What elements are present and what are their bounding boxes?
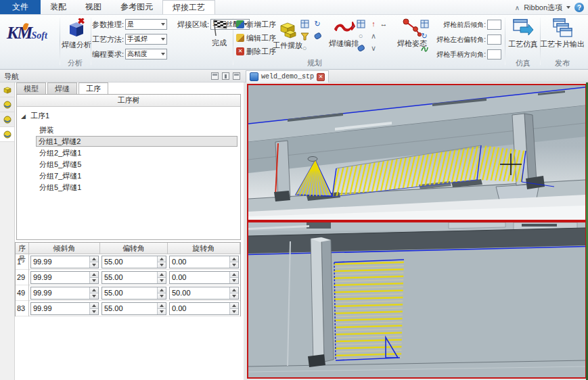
torch-pitch-input[interactable]	[487, 20, 501, 30]
menu-tab-assembly[interactable]: 装配	[41, 0, 76, 14]
tree-expander-icon[interactable]: ◢	[21, 113, 26, 120]
program-req-select[interactable]: 高精度	[125, 49, 167, 60]
strip-model-button[interactable]	[0, 82, 14, 97]
torch-roll-input[interactable]	[487, 49, 501, 60]
spinner[interactable]	[89, 256, 98, 268]
menu-tab-file[interactable]: 文件	[0, 0, 41, 14]
ribbon: KMSoft 焊缝分析 分析 参数推理: 是 焊接区域:	[0, 15, 588, 70]
cylinder-icon[interactable]	[356, 43, 365, 53]
col-header-no: 序号	[16, 243, 29, 254]
menu-tab-reference[interactable]: 参考图元	[111, 0, 162, 14]
add-process-icon	[236, 20, 244, 28]
torch-yaw-input[interactable]	[487, 34, 501, 45]
spinner[interactable]	[157, 256, 166, 268]
menu-tab-weld-process[interactable]: 焊接工艺	[162, 0, 215, 14]
tree-item[interactable]: 分组5_焊缝5	[37, 159, 83, 170]
strip-group-button[interactable]	[0, 112, 14, 127]
spinner[interactable]	[89, 303, 98, 314]
panel-pin-icon[interactable]	[222, 72, 229, 80]
angle-table: 序号 倾斜角 偏转角 旋转角 1 99.99 55.00 0.00 29 99.…	[15, 242, 241, 316]
group-label-sim: 仿真	[506, 58, 540, 68]
process-tree-header: 工序树	[17, 95, 240, 107]
left-panel: 模型 焊缝 工序 工序树 ◢ 工序1 拼装 分组1_焊缝2 分组2_焊缝1 分组…	[0, 82, 244, 380]
tilt-input[interactable]: 99.99	[30, 271, 99, 284]
cube-icon	[3, 86, 12, 94]
spinner[interactable]	[229, 272, 238, 283]
ribbon-options-label[interactable]: Ribbon选项	[524, 3, 562, 13]
tab-process[interactable]: 工序	[78, 82, 108, 94]
spinner[interactable]	[157, 303, 166, 314]
row-no: 49	[16, 285, 29, 301]
deflect-input[interactable]: 55.00	[101, 271, 166, 284]
view-grid-icon[interactable]	[356, 19, 365, 28]
deflect-input[interactable]: 55.00	[101, 302, 166, 315]
edit-grid-icon[interactable]	[420, 19, 429, 28]
panel-icon-strip	[0, 82, 15, 380]
spinner[interactable]	[89, 287, 98, 299]
help-icon[interactable]: ?	[574, 3, 584, 12]
view-grid-icon[interactable]	[300, 19, 309, 28]
tree-item[interactable]: 分组5_焊缝1	[37, 182, 83, 193]
table-row: 29 99.99 55.00 0.00	[16, 270, 240, 285]
sphere-icon	[3, 130, 12, 139]
ribbon-collapse-icon[interactable]: ∧	[515, 4, 520, 11]
rotate-icon[interactable]: ↻	[420, 31, 429, 41]
simulate-button[interactable]: 工艺仿真	[507, 18, 539, 49]
ribbon-options-dropdown-icon[interactable]	[566, 6, 570, 9]
strip-process-button[interactable]	[0, 127, 14, 142]
tree-item-selected[interactable]: 分组1_焊缝2	[36, 136, 238, 147]
rotate-icon[interactable]: ↻	[313, 19, 322, 28]
circle-icon[interactable]: ○	[300, 43, 309, 53]
export-card-button[interactable]: 工艺卡片输出	[541, 18, 583, 49]
tree-item[interactable]: 分组2_焊缝1	[37, 147, 83, 158]
process-method-select[interactable]: 手弧焊	[125, 34, 167, 45]
rotate-input[interactable]: 0.00	[169, 256, 239, 268]
tree-item[interactable]: 分组7_焊缝1	[37, 170, 83, 181]
simulate-icon	[512, 18, 534, 38]
strip-seam-button[interactable]	[0, 97, 14, 112]
panel-close-icon[interactable]	[233, 72, 240, 80]
param-infer-label: 参数推理:	[92, 20, 124, 30]
finish-button[interactable]: 完成	[207, 19, 231, 48]
tree-root-process1[interactable]: ◢ 工序1	[21, 111, 49, 121]
panel-dock-icon[interactable]	[211, 72, 219, 80]
tab-seam[interactable]: 焊缝	[47, 82, 77, 94]
rotate-input[interactable]: 0.00	[169, 302, 239, 315]
document-tab[interactable]: weld_demo_stp ✕	[246, 70, 329, 82]
spinner[interactable]	[89, 272, 98, 283]
deflect-input[interactable]: 55.00	[101, 256, 166, 268]
torch-pitch-label: 焊枪前后倾角:	[429, 20, 486, 30]
spinner[interactable]	[229, 287, 238, 299]
cylinder-icon[interactable]	[313, 31, 322, 41]
circle-icon[interactable]: ○	[356, 31, 365, 41]
workpiece-place-icon	[277, 18, 298, 39]
row-no: 29	[16, 270, 29, 285]
spinner[interactable]	[229, 303, 238, 314]
chevron-up-icon[interactable]: ∧	[369, 31, 378, 41]
spring-icon[interactable]	[420, 43, 429, 53]
param-infer-select[interactable]: 是	[125, 19, 167, 30]
viewport-3d-bottom[interactable]	[247, 221, 587, 379]
weld-analysis-button[interactable]: 焊缝分析	[62, 18, 91, 50]
funnel-icon[interactable]	[300, 31, 309, 41]
tilt-input[interactable]: 99.99	[30, 302, 99, 315]
tilt-input[interactable]: 99.99	[30, 287, 99, 300]
tab-model[interactable]: 模型	[16, 82, 46, 94]
weld-analysis-icon	[67, 18, 86, 39]
tilt-input[interactable]: 99.99	[30, 256, 99, 268]
left-right-arrow-icon[interactable]: ↔	[379, 19, 388, 28]
up-arrow-icon[interactable]: ↑	[369, 19, 378, 28]
rotate-input[interactable]: 0.00	[169, 271, 239, 284]
deflect-input[interactable]: 55.00	[101, 287, 166, 300]
close-document-icon[interactable]: ✕	[317, 73, 325, 81]
group-label-publish: 发布	[543, 58, 582, 68]
chevron-down-icon[interactable]: ∨	[369, 43, 378, 53]
tree-item[interactable]: 拼装	[37, 124, 56, 135]
viewport-3d-top[interactable]	[247, 84, 587, 221]
spinner[interactable]	[229, 256, 238, 268]
spinner[interactable]	[157, 287, 166, 299]
rotate-input[interactable]: 50.00	[169, 287, 239, 300]
spinner[interactable]	[157, 272, 166, 283]
sphere-icon	[3, 101, 12, 109]
menu-tab-view[interactable]: 视图	[76, 0, 111, 14]
